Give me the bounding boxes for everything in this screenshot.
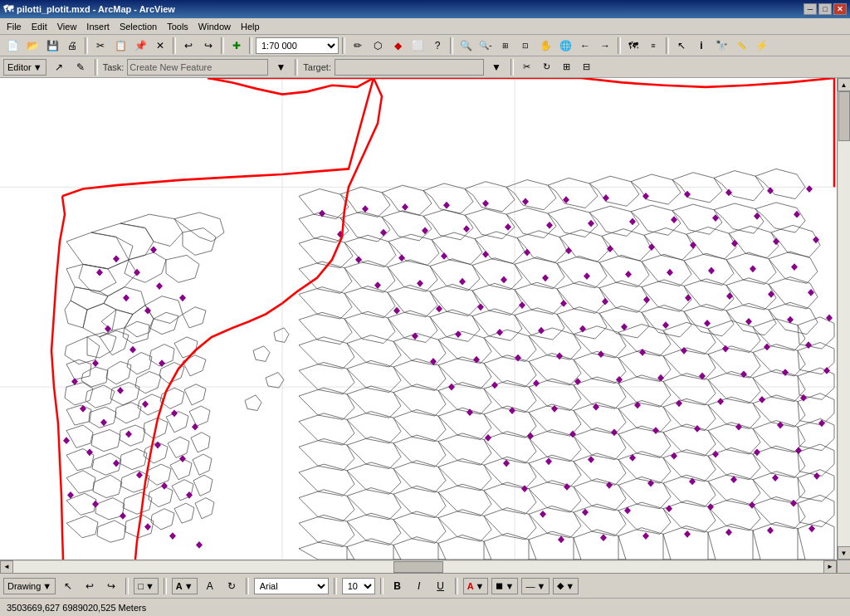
coordinates-display: 3503669,627 6989020,525 Meters [7, 603, 146, 613]
redo-button[interactable]: ↪ [199, 37, 217, 55]
measure-button[interactable]: 📏 [732, 37, 750, 55]
title-text: 🗺 pilotti_plotit.mxd - ArcMap - ArcView [3, 3, 175, 15]
text-style-dropdown[interactable]: A ▼ [172, 578, 198, 594]
info-button[interactable]: i [692, 37, 711, 55]
scroll-right-button[interactable]: ► [823, 560, 837, 574]
menu-help[interactable]: Help [236, 20, 265, 33]
identify-button[interactable]: ? [428, 37, 447, 55]
editor-dropdown[interactable]: Editor ▼ [3, 59, 46, 76]
merge-icon-btn[interactable]: ⊞ [559, 59, 575, 76]
minimize-button[interactable]: ─ [804, 3, 817, 15]
scroll-up-button[interactable]: ▲ [838, 78, 851, 91]
copy-button[interactable]: 📋 [111, 37, 129, 55]
fill-color-dropdown[interactable]: ◼ ▼ [491, 578, 518, 594]
zoom-in-button[interactable]: 🔍 [457, 37, 475, 55]
paste-button[interactable]: 📌 [131, 37, 149, 55]
close-button[interactable]: ✕ [833, 3, 847, 15]
zoom-fixed-button[interactable]: ⊞ [496, 37, 515, 55]
font-color-A: A [467, 581, 474, 591]
pan-button[interactable]: ✋ [536, 37, 554, 55]
maximize-button[interactable]: □ [818, 3, 832, 15]
separator1 [85, 37, 88, 54]
shape-dropdown[interactable]: □ ▼ [134, 578, 159, 594]
open-button[interactable]: 📂 [23, 37, 42, 55]
select-features-button[interactable]: ⬡ [369, 37, 387, 55]
drawing-sep1 [125, 578, 129, 594]
underline-button[interactable]: U [432, 577, 450, 595]
menu-view[interactable]: View [52, 20, 82, 33]
new-button[interactable]: 📄 [3, 37, 22, 55]
undo-button[interactable]: ↩ [179, 37, 198, 55]
edit-vertices-button[interactable]: ✏ [349, 37, 367, 55]
drawing-sep6 [455, 578, 458, 594]
edit-pencil[interactable]: ✎ [71, 58, 90, 76]
task-input[interactable] [127, 59, 268, 76]
target-dropdown-btn[interactable]: ▼ [487, 58, 506, 76]
map-button[interactable]: 🗺 [624, 37, 642, 55]
separator6 [450, 37, 453, 54]
drawing-sep3 [246, 578, 249, 594]
editor-toolbar: Editor ▼ ↗ ✎ Task: ▼ Target: ▼ ✂ ↻ ⊞ ⊟ [0, 56, 850, 78]
window-controls: ─ □ ✕ [804, 3, 847, 15]
drawing-undo[interactable]: ↩ [81, 577, 99, 595]
bold-button[interactable]: B [388, 577, 407, 595]
target-input[interactable] [335, 59, 484, 76]
drawing-arrow[interactable]: ↖ [59, 577, 77, 595]
font-size-select[interactable]: 10 [342, 578, 375, 594]
forward-extent-button[interactable]: → [596, 37, 614, 55]
menu-file[interactable]: File [2, 20, 27, 33]
zoom-out-button[interactable]: 🔍- [476, 37, 495, 55]
scroll-track-vertical[interactable] [838, 91, 850, 546]
delete-button[interactable]: ✕ [151, 37, 169, 55]
scroll-track-horizontal[interactable] [13, 561, 823, 573]
text-A: A [176, 581, 183, 591]
text-dropdown-arrow: ▼ [184, 581, 193, 591]
split-icon-btn[interactable]: ⊟ [579, 59, 595, 76]
target-label: Target: [303, 62, 331, 72]
save-button[interactable]: 💾 [43, 37, 61, 55]
shadow-dropdown[interactable]: ◆ ▼ [553, 578, 579, 594]
text-button[interactable]: A [201, 577, 219, 595]
layer-button[interactable]: ≡ [644, 37, 662, 55]
scroll-down-button[interactable]: ▼ [838, 546, 851, 560]
drawing-dropdown[interactable]: Drawing ▼ [3, 578, 56, 594]
font-select[interactable]: Arial [254, 578, 329, 594]
app-icon: 🗺 [3, 3, 13, 15]
menu-selection[interactable]: Selection [115, 20, 162, 33]
font-color-dropdown[interactable]: A ▼ [463, 578, 489, 594]
rotate-text[interactable]: ↻ [222, 577, 241, 595]
scroll-thumb-vertical[interactable] [838, 91, 850, 141]
separator4 [249, 37, 252, 54]
binoculars-button[interactable]: 🔭 [712, 37, 730, 55]
menu-tools[interactable]: Tools [162, 20, 193, 33]
shadow-icon: ◆ [557, 580, 564, 591]
globe-button[interactable]: 🌐 [556, 37, 574, 55]
menu-insert[interactable]: Insert [81, 20, 115, 33]
line-color-dropdown[interactable]: — ▼ [521, 578, 550, 594]
3d-button[interactable]: ◆ [388, 37, 407, 55]
fill-color-arrow: ▼ [505, 581, 514, 591]
select-arrow[interactable]: ↖ [672, 37, 691, 55]
sketch-tool[interactable]: ↗ [50, 58, 68, 76]
rotate-icon-btn[interactable]: ↻ [539, 59, 555, 76]
print-button[interactable]: 🖨 [63, 37, 81, 55]
zoom-extent-button[interactable]: ⊡ [516, 37, 535, 55]
map-svg[interactable] [0, 78, 837, 560]
rectangle-select[interactable]: ⬜ [408, 37, 427, 55]
drawing-redo[interactable]: ↪ [102, 577, 120, 595]
menu-window[interactable]: Window [193, 20, 236, 33]
scissors-icon-btn[interactable]: ✂ [519, 59, 535, 76]
task-dropdown-btn[interactable]: ▼ [271, 58, 290, 76]
scroll-left-button[interactable]: ◄ [0, 560, 13, 574]
menu-edit[interactable]: Edit [27, 20, 52, 33]
back-extent-button[interactable]: ← [576, 37, 594, 55]
italic-button[interactable]: I [410, 577, 428, 595]
shape-arrow: ▼ [145, 581, 154, 591]
map-wrapper: ▲ ▼ ◄ ► [0, 78, 850, 573]
lightning-button[interactable]: ⚡ [752, 37, 770, 55]
add-data-button[interactable]: ✚ [227, 37, 246, 55]
separator8 [666, 37, 669, 54]
cut-button[interactable]: ✂ [91, 37, 110, 55]
scale-select[interactable]: 1:70 000 [256, 37, 339, 54]
scroll-thumb-horizontal[interactable] [393, 561, 443, 573]
